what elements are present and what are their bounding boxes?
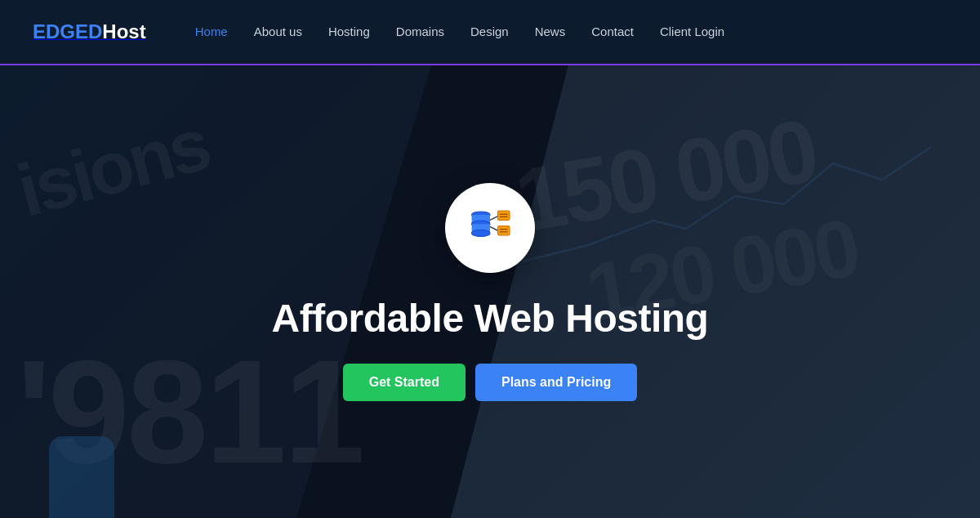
nav-link-about[interactable]: About us bbox=[254, 25, 302, 38]
nav-item-about[interactable]: About us bbox=[254, 25, 302, 39]
nav-item-design[interactable]: Design bbox=[470, 25, 509, 39]
nav-link-home[interactable]: Home bbox=[195, 25, 228, 38]
nav-item-client-login[interactable]: Client Login bbox=[660, 25, 724, 39]
svg-rect-10 bbox=[498, 226, 510, 234]
svg-line-6 bbox=[490, 226, 498, 230]
nav-link-hosting[interactable]: Hosting bbox=[328, 25, 370, 38]
bg-card-decoration bbox=[49, 436, 114, 518]
nav-link-news[interactable]: News bbox=[535, 25, 566, 38]
nav-link-client-login[interactable]: Client Login bbox=[660, 25, 724, 38]
hero-title: Affordable Web Hosting bbox=[272, 296, 709, 341]
logo-host: Host bbox=[102, 20, 145, 42]
svg-point-4 bbox=[472, 230, 490, 236]
hero-content: Affordable Web Hosting Get Started Plans… bbox=[272, 183, 709, 401]
hero-section: isions 150 000 120 000 '9811 bbox=[0, 65, 980, 518]
svg-line-5 bbox=[490, 216, 498, 220]
nav-link-contact[interactable]: Contact bbox=[591, 25, 634, 38]
nav-links: Home About us Hosting Domains Design New… bbox=[195, 25, 724, 39]
get-started-button[interactable]: Get Started bbox=[343, 364, 466, 401]
nav-link-design[interactable]: Design bbox=[470, 25, 509, 38]
nav-item-hosting[interactable]: Hosting bbox=[328, 25, 370, 39]
nav-link-domains[interactable]: Domains bbox=[396, 25, 444, 38]
hero-buttons: Get Started Plans and Pricing bbox=[343, 364, 638, 401]
plans-pricing-button[interactable]: Plans and Pricing bbox=[475, 364, 637, 401]
logo-edged: EDGED bbox=[33, 20, 102, 42]
nav-item-domains[interactable]: Domains bbox=[396, 25, 444, 39]
nav-item-home[interactable]: Home bbox=[195, 25, 228, 39]
navbar: EDGEDHost Home About us Hosting Domains … bbox=[0, 0, 980, 65]
svg-rect-7 bbox=[498, 211, 510, 220]
hosting-icon bbox=[464, 202, 516, 254]
nav-item-contact[interactable]: Contact bbox=[591, 25, 634, 39]
logo[interactable]: EDGEDHost bbox=[33, 20, 195, 43]
hosting-icon-circle bbox=[445, 183, 535, 273]
nav-item-news[interactable]: News bbox=[535, 25, 566, 39]
